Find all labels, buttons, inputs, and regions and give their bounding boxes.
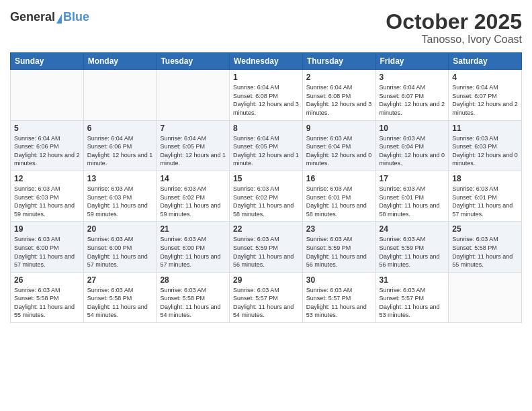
day-number: 9 xyxy=(306,124,372,133)
table-row: 25Sunrise: 6:03 AM Sunset: 5:58 PM Dayli… xyxy=(449,222,522,272)
day-number: 19 xyxy=(14,224,80,234)
day-number: 17 xyxy=(380,174,445,183)
header-sunday: Sunday xyxy=(11,53,84,70)
table-row: 14Sunrise: 6:03 AM Sunset: 6:02 PM Dayli… xyxy=(157,171,230,221)
calendar-week-row: 19Sunrise: 6:03 AM Sunset: 6:00 PM Dayli… xyxy=(11,222,522,272)
day-info: Sunrise: 6:03 AM Sunset: 6:01 PM Dayligh… xyxy=(380,185,445,218)
day-number: 3 xyxy=(380,73,445,82)
day-info: Sunrise: 6:04 AM Sunset: 6:08 PM Dayligh… xyxy=(233,83,299,117)
table-row: 6Sunrise: 6:04 AM Sunset: 6:06 PM Daylig… xyxy=(83,120,157,171)
day-number: 11 xyxy=(452,124,518,133)
table-row: 16Sunrise: 6:03 AM Sunset: 6:01 PM Dayli… xyxy=(302,171,375,221)
day-info: Sunrise: 6:03 AM Sunset: 6:00 PM Dayligh… xyxy=(14,235,80,269)
calendar-week-row: 26Sunrise: 6:03 AM Sunset: 5:58 PM Dayli… xyxy=(11,272,522,322)
table-row: 27Sunrise: 6:03 AM Sunset: 5:58 PM Dayli… xyxy=(83,272,157,322)
day-info: Sunrise: 6:03 AM Sunset: 5:58 PM Dayligh… xyxy=(87,286,153,320)
day-number: 28 xyxy=(160,275,226,285)
day-number: 29 xyxy=(233,275,299,285)
header-wednesday: Wednesday xyxy=(230,53,303,70)
table-row: 1Sunrise: 6:04 AM Sunset: 6:08 PM Daylig… xyxy=(230,70,303,120)
day-number: 10 xyxy=(380,124,445,133)
day-number: 4 xyxy=(452,73,518,82)
table-row: 29Sunrise: 6:03 AM Sunset: 5:57 PM Dayli… xyxy=(230,272,303,322)
day-number: 25 xyxy=(452,224,518,234)
table-row: 21Sunrise: 6:03 AM Sunset: 6:00 PM Dayli… xyxy=(157,222,230,272)
day-number: 5 xyxy=(14,124,80,133)
table-row: 30Sunrise: 6:03 AM Sunset: 5:57 PM Dayli… xyxy=(302,272,375,322)
table-row: 18Sunrise: 6:03 AM Sunset: 6:01 PM Dayli… xyxy=(449,171,522,221)
title-section: October 2025 Tanosso, Ivory Coast xyxy=(386,10,522,46)
day-info: Sunrise: 6:03 AM Sunset: 5:59 PM Dayligh… xyxy=(306,235,372,269)
day-info: Sunrise: 6:04 AM Sunset: 6:05 PM Dayligh… xyxy=(233,134,299,168)
table-row xyxy=(11,70,84,120)
day-info: Sunrise: 6:03 AM Sunset: 6:03 PM Dayligh… xyxy=(452,134,518,168)
table-row: 8Sunrise: 6:04 AM Sunset: 6:05 PM Daylig… xyxy=(230,120,303,171)
day-info: Sunrise: 6:03 AM Sunset: 5:58 PM Dayligh… xyxy=(452,235,518,269)
table-row: 7Sunrise: 6:04 AM Sunset: 6:05 PM Daylig… xyxy=(157,120,230,171)
day-number: 20 xyxy=(87,224,153,234)
day-number: 13 xyxy=(87,174,153,183)
logo-blue-text: Blue xyxy=(63,10,89,24)
calendar-week-row: 12Sunrise: 6:03 AM Sunset: 6:03 PM Dayli… xyxy=(11,171,522,221)
month-title: October 2025 xyxy=(386,10,522,34)
table-row: 20Sunrise: 6:03 AM Sunset: 6:00 PM Dayli… xyxy=(83,222,157,272)
day-number: 27 xyxy=(87,275,153,285)
day-info: Sunrise: 6:03 AM Sunset: 6:03 PM Dayligh… xyxy=(14,185,80,218)
calendar-table: Sunday Monday Tuesday Wednesday Thursday… xyxy=(10,52,522,323)
day-number: 26 xyxy=(14,275,80,285)
table-row: 31Sunrise: 6:03 AM Sunset: 5:57 PM Dayli… xyxy=(375,272,449,322)
day-number: 18 xyxy=(452,174,518,183)
table-row: 17Sunrise: 6:03 AM Sunset: 6:01 PM Dayli… xyxy=(375,171,449,221)
day-info: Sunrise: 6:03 AM Sunset: 5:57 PM Dayligh… xyxy=(380,286,445,320)
day-info: Sunrise: 6:03 AM Sunset: 6:01 PM Dayligh… xyxy=(452,185,518,218)
table-row: 9Sunrise: 6:03 AM Sunset: 6:04 PM Daylig… xyxy=(302,120,375,171)
table-row: 5Sunrise: 6:04 AM Sunset: 6:06 PM Daylig… xyxy=(11,120,84,171)
day-number: 24 xyxy=(380,224,445,234)
day-info: Sunrise: 6:04 AM Sunset: 6:07 PM Dayligh… xyxy=(380,83,445,117)
header-saturday: Saturday xyxy=(449,53,522,70)
table-row: 2Sunrise: 6:04 AM Sunset: 6:08 PM Daylig… xyxy=(302,70,375,120)
weekday-header-row: Sunday Monday Tuesday Wednesday Thursday… xyxy=(11,53,522,70)
day-number: 15 xyxy=(233,174,299,183)
table-row: 24Sunrise: 6:03 AM Sunset: 5:59 PM Dayli… xyxy=(375,222,449,272)
table-row: 3Sunrise: 6:04 AM Sunset: 6:07 PM Daylig… xyxy=(375,70,449,120)
table-row xyxy=(83,70,157,120)
day-info: Sunrise: 6:03 AM Sunset: 5:57 PM Dayligh… xyxy=(306,286,372,320)
day-number: 21 xyxy=(160,224,226,234)
header: General Blue October 2025 Tanosso, Ivory… xyxy=(10,10,522,46)
day-info: Sunrise: 6:03 AM Sunset: 5:58 PM Dayligh… xyxy=(14,286,80,320)
day-number: 31 xyxy=(380,275,445,285)
day-info: Sunrise: 6:04 AM Sunset: 6:06 PM Dayligh… xyxy=(87,134,153,168)
day-info: Sunrise: 6:03 AM Sunset: 6:00 PM Dayligh… xyxy=(160,235,226,269)
day-info: Sunrise: 6:03 AM Sunset: 5:59 PM Dayligh… xyxy=(233,235,299,269)
table-row: 15Sunrise: 6:03 AM Sunset: 6:02 PM Dayli… xyxy=(230,171,303,221)
day-info: Sunrise: 6:03 AM Sunset: 5:58 PM Dayligh… xyxy=(160,286,226,320)
table-row: 13Sunrise: 6:03 AM Sunset: 6:03 PM Dayli… xyxy=(83,171,157,221)
table-row: 26Sunrise: 6:03 AM Sunset: 5:58 PM Dayli… xyxy=(11,272,84,322)
day-number: 7 xyxy=(160,124,226,133)
header-friday: Friday xyxy=(375,53,449,70)
header-tuesday: Tuesday xyxy=(157,53,230,70)
table-row: 11Sunrise: 6:03 AM Sunset: 6:03 PM Dayli… xyxy=(449,120,522,171)
day-info: Sunrise: 6:03 AM Sunset: 6:04 PM Dayligh… xyxy=(380,134,445,168)
day-number: 14 xyxy=(160,174,226,183)
table-row: 12Sunrise: 6:03 AM Sunset: 6:03 PM Dayli… xyxy=(11,171,84,221)
day-info: Sunrise: 6:03 AM Sunset: 6:03 PM Dayligh… xyxy=(87,185,153,218)
location-title: Tanosso, Ivory Coast xyxy=(386,34,522,46)
day-info: Sunrise: 6:04 AM Sunset: 6:05 PM Dayligh… xyxy=(160,134,226,168)
day-number: 23 xyxy=(306,224,372,234)
day-info: Sunrise: 6:04 AM Sunset: 6:07 PM Dayligh… xyxy=(452,83,518,117)
table-row: 4Sunrise: 6:04 AM Sunset: 6:07 PM Daylig… xyxy=(449,70,522,120)
day-info: Sunrise: 6:04 AM Sunset: 6:08 PM Dayligh… xyxy=(306,83,372,117)
day-number: 30 xyxy=(306,275,372,285)
table-row: 23Sunrise: 6:03 AM Sunset: 5:59 PM Dayli… xyxy=(302,222,375,272)
calendar-week-row: 1Sunrise: 6:04 AM Sunset: 6:08 PM Daylig… xyxy=(11,70,522,120)
day-info: Sunrise: 6:03 AM Sunset: 6:00 PM Dayligh… xyxy=(87,235,153,269)
table-row: 22Sunrise: 6:03 AM Sunset: 5:59 PM Dayli… xyxy=(230,222,303,272)
day-info: Sunrise: 6:03 AM Sunset: 6:04 PM Dayligh… xyxy=(306,134,372,168)
day-number: 6 xyxy=(87,124,153,133)
header-monday: Monday xyxy=(83,53,157,70)
table-row: 10Sunrise: 6:03 AM Sunset: 6:04 PM Dayli… xyxy=(375,120,449,171)
day-number: 8 xyxy=(233,124,299,133)
day-info: Sunrise: 6:03 AM Sunset: 6:02 PM Dayligh… xyxy=(233,185,299,218)
